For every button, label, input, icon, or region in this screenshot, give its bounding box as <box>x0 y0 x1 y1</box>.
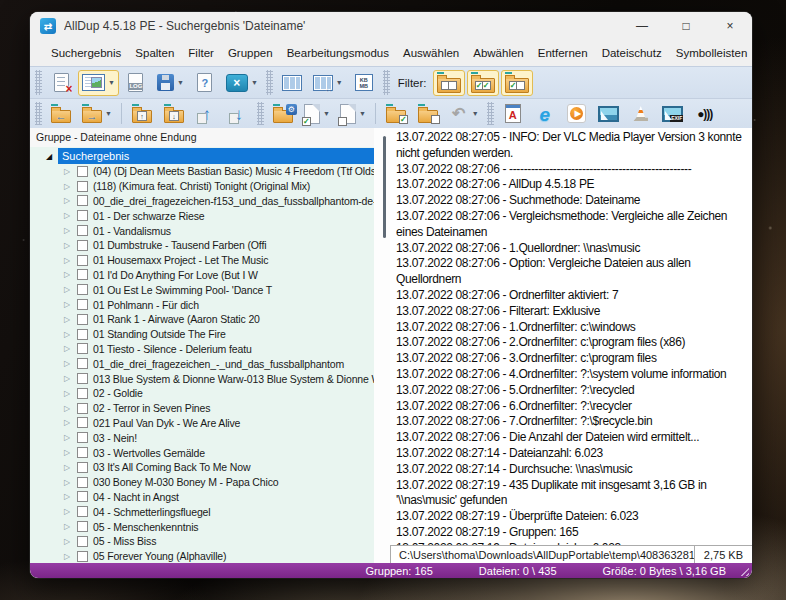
menu-item-symbolleisten[interactable]: Symbolleisten <box>669 43 752 63</box>
toolbar-grip[interactable] <box>383 70 390 95</box>
preview-layout-button[interactable]: ▼ <box>78 70 119 96</box>
tree-item[interactable]: ▷01 Standing Outside The Fire <box>30 327 374 342</box>
expand-icon[interactable]: ▷ <box>64 315 77 324</box>
item-checkbox[interactable] <box>77 269 88 280</box>
tree-item[interactable]: ▷03 - Nein! <box>30 430 374 445</box>
tree-item[interactable]: ▷01 Tiesto - Silence - Delerium featu <box>30 342 374 357</box>
expand-icon[interactable]: ▷ <box>64 196 77 205</box>
internet-explorer-button[interactable]: e <box>530 102 560 126</box>
tree-root-row[interactable]: ◢ Suchergebnis <box>30 148 374 164</box>
undo-button[interactable]: ↶▼ <box>445 102 483 126</box>
expand-icon[interactable]: ▷ <box>64 270 77 279</box>
item-checkbox[interactable] <box>77 477 88 488</box>
tree-item[interactable]: ▷(118) (Kimura feat. Christi) Tonight (O… <box>30 179 374 194</box>
item-checkbox[interactable] <box>77 329 88 340</box>
menu-item-dateischutz[interactable]: Dateischutz <box>595 43 669 63</box>
expand-icon[interactable]: ▷ <box>64 433 77 442</box>
expand-icon[interactable]: ▷ <box>64 256 77 265</box>
item-checkbox[interactable] <box>77 314 88 325</box>
menu-item-spalten[interactable]: Spalten <box>128 43 181 63</box>
item-checkbox[interactable] <box>77 181 88 192</box>
expand-icon[interactable]: ▷ <box>64 167 77 176</box>
item-checkbox[interactable] <box>77 343 88 354</box>
media-player-button[interactable]: ▶ <box>562 102 592 126</box>
tree-item[interactable]: ▷04 - Schmetterlingsfluegel <box>30 504 374 519</box>
menu-item-filter[interactable]: Filter <box>181 43 221 63</box>
group-column-header[interactable]: Gruppe - Dateiname ohne Endung <box>30 128 374 147</box>
scrollbar-thumb[interactable] <box>383 136 386 238</box>
expand-icon[interactable]: ▷ <box>64 537 77 546</box>
item-checkbox[interactable] <box>77 255 88 266</box>
toolbar-grip[interactable] <box>266 70 273 95</box>
item-checkbox[interactable] <box>77 373 88 384</box>
filter-show-checked-button[interactable]: ✓✓ <box>467 70 499 96</box>
expand-icon[interactable]: ▷ <box>64 492 77 501</box>
window-resize-grip[interactable] <box>740 567 749 576</box>
dropdown-arrow-icon[interactable]: ▼ <box>105 110 112 117</box>
select-all-files-button[interactable]: ✓▼ <box>300 102 334 126</box>
filter-show-mixed-button[interactable]: ✓ <box>501 70 533 96</box>
item-checkbox[interactable] <box>77 299 88 310</box>
expand-icon[interactable]: ▷ <box>64 211 77 220</box>
tree-item[interactable]: ▷01 Pohlmann - Für dich <box>30 297 374 312</box>
vlc-player-button[interactable] <box>626 102 656 126</box>
tree-item[interactable]: ▷01 I'd Do Anything For Love (But I W <box>30 268 374 283</box>
title-bar[interactable]: ⇄ AllDup 4.5.18 PE - Suchergebnis 'Datei… <box>30 12 752 40</box>
toolbar-grip[interactable] <box>257 102 264 125</box>
menu-item-entfernen[interactable]: Entfernen <box>531 43 595 63</box>
expand-icon[interactable]: ▷ <box>64 344 77 353</box>
expand-icon[interactable]: ▷ <box>64 330 77 339</box>
item-checkbox[interactable] <box>77 551 88 562</box>
item-checkbox[interactable] <box>77 462 88 473</box>
item-checkbox[interactable] <box>77 210 88 221</box>
toolbar-grip[interactable] <box>487 102 494 125</box>
tree-item[interactable]: ▷05 Forever Young (Alphaville) <box>30 549 374 563</box>
item-checkbox[interactable] <box>77 284 88 295</box>
deselect-all-files-button[interactable]: ▼ <box>336 102 370 126</box>
item-checkbox[interactable] <box>77 403 88 414</box>
item-checkbox[interactable] <box>77 491 88 502</box>
deselect-folder-button[interactable] <box>413 102 443 126</box>
collapse-icon[interactable]: ◢ <box>46 152 58 161</box>
item-checkbox[interactable] <box>77 358 88 369</box>
tree-item[interactable]: ▷03 It's All Coming Back To Me Now <box>30 460 374 475</box>
menu-item-abwhlen[interactable]: Abwählen <box>466 43 531 63</box>
expand-icon[interactable]: ▷ <box>64 478 77 487</box>
expand-icon[interactable]: ▷ <box>64 241 77 250</box>
toolbar-grip[interactable] <box>35 102 42 125</box>
help-button[interactable]: ? <box>190 70 220 96</box>
item-checkbox[interactable] <box>77 506 88 517</box>
close-button[interactable]: × <box>708 12 752 40</box>
tree-item[interactable]: ▷00_die_drei_fragezeichen-f153_und_das_f… <box>30 194 374 209</box>
tree-item[interactable]: ▷02 - Goldie <box>30 386 374 401</box>
item-checkbox[interactable] <box>77 166 88 177</box>
expand-icon[interactable]: ▷ <box>64 448 77 457</box>
audio-player-button[interactable]: ●))) <box>690 102 720 126</box>
expand-icon[interactable]: ▷ <box>64 226 77 235</box>
tree-item[interactable]: ▷01 Ou Est Le Swimming Pool- 'Dance T <box>30 282 374 297</box>
file-down-button[interactable]: ↓ <box>223 102 253 126</box>
expand-icon[interactable]: ▷ <box>64 300 77 309</box>
dropdown-arrow-icon[interactable]: ▼ <box>323 110 330 117</box>
menu-item-suchergebnis[interactable]: Suchergebnis <box>44 43 128 63</box>
expand-icon[interactable]: ▷ <box>64 522 77 531</box>
tree-item[interactable]: ▷01 Dumbstruke - Tausend Farben (Offi <box>30 238 374 253</box>
column-width-button[interactable]: ▼ <box>309 70 347 96</box>
maximize-button[interactable]: □ <box>664 12 708 40</box>
expand-icon[interactable]: ▷ <box>64 285 77 294</box>
item-checkbox[interactable] <box>77 536 88 547</box>
folder-up-button[interactable]: ↑ <box>127 102 157 126</box>
tree-item[interactable]: ▷(04) (Dj Dean Meets Bastian Basic) Musi… <box>30 164 374 179</box>
tree-item[interactable]: ▷01 - Der schwarze Riese <box>30 208 374 223</box>
close-search-result-button[interactable]: × <box>46 70 76 96</box>
tree-item[interactable]: ▷01 Rank 1 - Airwave (Aaron Static 20 <box>30 312 374 327</box>
folder-options-button[interactable]: ⚙ <box>268 102 298 126</box>
dropdown-arrow-icon[interactable]: ▼ <box>336 79 343 86</box>
menu-item-bearbeitungsmodus[interactable]: Bearbeitungsmodus <box>280 43 396 63</box>
item-checkbox[interactable] <box>77 417 88 428</box>
tree-item[interactable]: ▷03 - Wertvolles Gemälde <box>30 445 374 460</box>
expand-icon[interactable]: ▷ <box>64 552 77 561</box>
dropdown-arrow-icon[interactable]: ▼ <box>472 110 479 117</box>
dropdown-arrow-icon[interactable]: ▼ <box>251 79 258 86</box>
expand-icon[interactable]: ▷ <box>64 507 77 516</box>
